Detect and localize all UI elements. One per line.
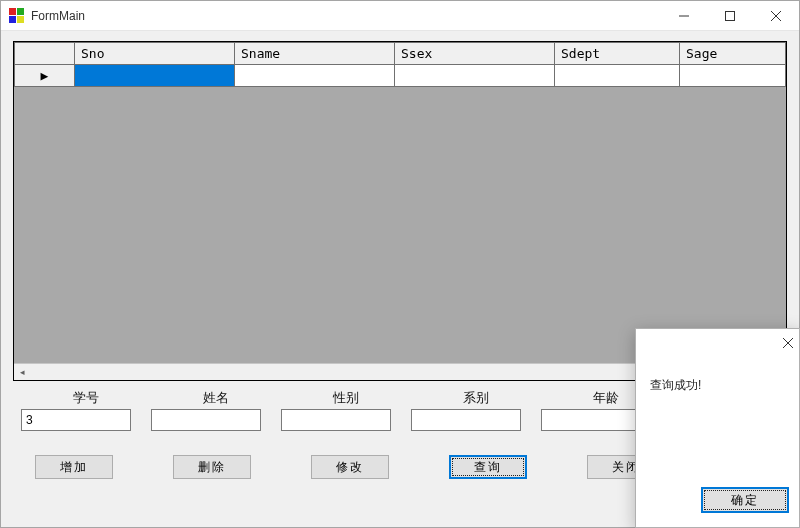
dialog-titlebar bbox=[636, 329, 799, 359]
col-header-sname[interactable]: Sname bbox=[235, 43, 395, 65]
grid-cell[interactable] bbox=[555, 65, 680, 87]
col-header-sdept[interactable]: Sdept bbox=[555, 43, 680, 65]
sno-field[interactable] bbox=[21, 409, 131, 431]
dialog-message: 查询成功! bbox=[636, 359, 799, 477]
dialog-ok-button[interactable]: 确定 bbox=[701, 487, 789, 513]
grid-cell[interactable] bbox=[395, 65, 555, 87]
col-header-ssex[interactable]: Ssex bbox=[395, 43, 555, 65]
minimize-button[interactable] bbox=[661, 1, 707, 31]
scroll-left-arrow-icon[interactable]: ◂ bbox=[14, 364, 31, 381]
grid-cell[interactable] bbox=[235, 65, 395, 87]
label-sname: 姓名 bbox=[151, 389, 281, 407]
close-button[interactable] bbox=[753, 1, 799, 31]
svg-rect-5 bbox=[726, 11, 735, 20]
maximize-button[interactable] bbox=[707, 1, 753, 31]
svg-rect-2 bbox=[9, 16, 16, 23]
svg-rect-3 bbox=[17, 16, 24, 23]
grid-corner[interactable] bbox=[15, 43, 75, 65]
label-ssex: 性别 bbox=[281, 389, 411, 407]
svg-rect-0 bbox=[9, 8, 16, 15]
row-marker-icon: ▶ bbox=[41, 68, 49, 83]
message-dialog: 查询成功! 确定 bbox=[635, 328, 800, 528]
grid-cell[interactable] bbox=[75, 65, 235, 87]
titlebar: FormMain bbox=[1, 1, 799, 31]
add-button[interactable]: 增加 bbox=[35, 455, 113, 479]
row-header[interactable]: ▶ bbox=[15, 65, 75, 87]
col-header-sno[interactable]: Sno bbox=[75, 43, 235, 65]
grid-table: Sno Sname Ssex Sdept Sage ▶ bbox=[14, 42, 786, 87]
grid-cell[interactable] bbox=[680, 65, 786, 87]
main-window: FormMain bbox=[0, 0, 800, 528]
table-row[interactable]: ▶ bbox=[15, 65, 786, 87]
dialog-close-button[interactable] bbox=[783, 337, 793, 351]
dialog-footer: 确定 bbox=[636, 477, 799, 527]
label-sno: 学号 bbox=[21, 389, 151, 407]
update-button[interactable]: 修改 bbox=[311, 455, 389, 479]
svg-rect-1 bbox=[17, 8, 24, 15]
sname-field[interactable] bbox=[151, 409, 261, 431]
grid-empty-area bbox=[14, 87, 786, 363]
sdept-field[interactable] bbox=[411, 409, 521, 431]
label-sdept: 系别 bbox=[411, 389, 541, 407]
delete-button[interactable]: 删除 bbox=[173, 455, 251, 479]
col-header-sage[interactable]: Sage bbox=[680, 43, 786, 65]
window-title: FormMain bbox=[31, 9, 85, 23]
query-button[interactable]: 查询 bbox=[449, 455, 527, 479]
app-icon bbox=[9, 8, 25, 24]
ssex-field[interactable] bbox=[281, 409, 391, 431]
